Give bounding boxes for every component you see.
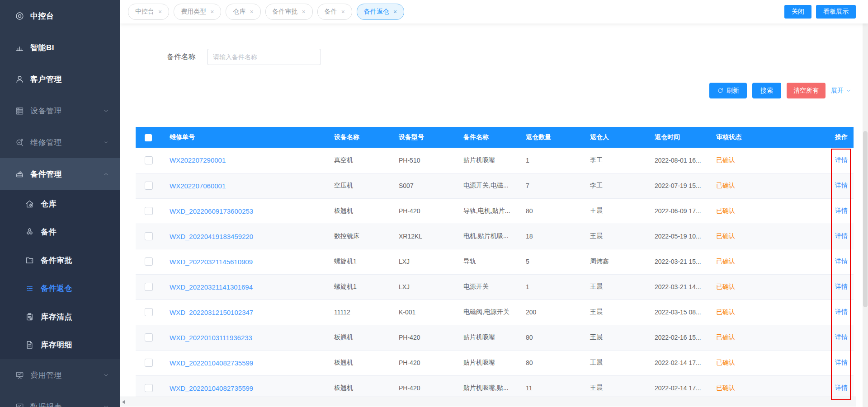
refresh-button[interactable]: 刷新 [709, 83, 747, 98]
cell: 详情 [830, 173, 854, 198]
cell: 贴片机吸嘴 [458, 350, 520, 375]
order-number-link[interactable]: WX202207290001 [170, 156, 226, 164]
expand-link-label: 展开 [831, 87, 844, 95]
row-checkbox[interactable] [145, 156, 153, 164]
status-text: 已确认 [716, 359, 735, 366]
sidebar-item-inventory-detail[interactable]: 库存明细 [0, 331, 120, 360]
sidebar-item-smart-bi[interactable]: 智能BI [0, 32, 120, 63]
detail-link[interactable]: 详情 [835, 384, 848, 391]
chevron-down-icon [103, 372, 109, 378]
cell: 电磁阀,电源开关 [458, 299, 520, 325]
cell: LXJ [393, 249, 458, 274]
detail-link[interactable]: 详情 [835, 257, 848, 265]
detail-link[interactable]: 详情 [835, 156, 848, 164]
row-checkbox[interactable] [145, 257, 153, 266]
vertical-scrollbar-thumb[interactable] [863, 131, 868, 307]
order-number-link[interactable]: WX202207060001 [170, 182, 226, 190]
tag-close-icon[interactable]: × [393, 8, 397, 15]
sidebar-item-device-mgmt[interactable]: 设备管理 [0, 95, 120, 126]
cell-device-name: 螺旋机1 [334, 283, 357, 290]
cell: 王晨 [585, 274, 649, 299]
tag-备件[interactable]: 备件× [317, 4, 352, 20]
cell-part-name: 电源开关,电磁... [463, 182, 509, 189]
tag-close-icon[interactable]: × [250, 8, 253, 15]
search-button[interactable]: 搜索 [752, 83, 781, 98]
detail-link[interactable]: 详情 [835, 182, 848, 189]
refresh-button-label: 刷新 [726, 87, 739, 95]
cell-return-qty: 200 [526, 309, 536, 316]
close-button[interactable]: 关闭 [784, 5, 811, 19]
column-header-9: 操作 [830, 127, 854, 148]
tag-close-icon[interactable]: × [210, 8, 214, 15]
clear-all-button[interactable]: 清空所有 [787, 83, 826, 98]
cell-return-person: 王晨 [590, 384, 603, 391]
sidebar-item-inventory-check[interactable]: 库存清点 [0, 303, 120, 331]
cell: 80 [520, 350, 585, 375]
order-number-link[interactable]: WXD_20220609173600253 [170, 207, 253, 215]
tag-备件返仓[interactable]: 备件返仓× [357, 4, 404, 20]
cell: WXD_20220609173600253 [164, 198, 329, 224]
sidebar-submenu: 仓库备件备件审批备件返仓库存清点库存明细 [0, 190, 120, 359]
cell-return-person: 周炜鑫 [590, 257, 609, 265]
sidebar-item-label: 备件返仓 [41, 283, 72, 294]
tag-中控台[interactable]: 中控台× [128, 4, 169, 20]
tag-close-icon[interactable]: × [341, 8, 345, 15]
detail-link[interactable]: 详情 [835, 283, 848, 290]
sidebar-item-spare-part[interactable]: 备件 [0, 218, 120, 247]
list-icon [25, 284, 34, 293]
row-checkbox[interactable] [145, 232, 153, 240]
row-checkbox[interactable] [145, 182, 153, 190]
refresh-icon [717, 87, 724, 94]
sidebar-item-label: 费用管理 [30, 370, 62, 380]
sidebar-item-label: 库存清点 [41, 312, 72, 322]
sidebar-item-spare-return[interactable]: 备件返仓 [0, 275, 120, 303]
order-number-link[interactable]: WXD_20220312150102347 [170, 309, 253, 316]
detail-link[interactable]: 详情 [835, 333, 848, 341]
row-checkbox[interactable] [145, 308, 153, 316]
tag-费用类型[interactable]: 费用类型× [174, 4, 221, 20]
sidebar-item-spare-approval[interactable]: 备件审批 [0, 246, 120, 275]
cell-return-qty: 1 [526, 283, 529, 290]
scroll-left-arrow-icon[interactable] [122, 400, 125, 404]
sidebar-item-spare-mgmt[interactable]: 备件管理 [0, 158, 120, 190]
part-name-input[interactable] [207, 49, 321, 65]
tag-备件审批[interactable]: 备件审批× [265, 4, 313, 20]
dashboard-icon [15, 11, 24, 21]
order-number-link[interactable]: WXD_20220103111936233 [170, 334, 252, 342]
sidebar-item-data-report[interactable]: 数据报表 [0, 391, 120, 407]
sidebar-item-console[interactable]: 中控台 [0, 0, 120, 32]
cell: 2022-07-19 15... [649, 173, 711, 198]
row-checkbox[interactable] [145, 359, 153, 367]
sidebar-item-cost-mgmt[interactable]: 费用管理 [0, 359, 120, 391]
row-checkbox[interactable] [145, 384, 153, 392]
vertical-scrollbar[interactable] [863, 23, 868, 407]
horizontal-scrollbar[interactable] [120, 397, 856, 407]
row-checkbox[interactable] [145, 207, 153, 215]
tag-仓库[interactable]: 仓库× [226, 4, 260, 20]
chevron-down-icon [103, 404, 109, 407]
sidebar-item-customer-mgmt[interactable]: 客户管理 [0, 63, 120, 95]
detail-link[interactable]: 详情 [835, 308, 848, 315]
order-number-link[interactable]: WXD_20220321141301694 [170, 283, 253, 291]
expand-link[interactable]: 展开 [831, 87, 851, 95]
tag-label: 备件审批 [273, 8, 298, 16]
cell-return-time: 2022-07-19 15... [655, 182, 701, 189]
cell-return-person: 王晨 [590, 359, 603, 366]
cell: 详情 [830, 224, 854, 249]
sidebar-item-warehouse[interactable]: 仓库 [0, 190, 120, 218]
order-number-link[interactable]: WXD_20220419183459220 [170, 233, 253, 240]
detail-link[interactable]: 详情 [835, 207, 848, 214]
row-checkbox[interactable] [145, 333, 153, 342]
order-number-link[interactable]: WXD_20220104082735599 [170, 359, 253, 367]
board-display-button[interactable]: 看板展示 [816, 5, 856, 19]
tag-close-icon[interactable]: × [302, 8, 306, 15]
detail-link[interactable]: 详情 [835, 359, 848, 366]
sidebar-item-repair-mgmt[interactable]: 维修管理 [0, 126, 120, 158]
row-checkbox[interactable] [145, 283, 153, 291]
select-all-checkbox[interactable] [145, 134, 152, 141]
tag-close-icon[interactable]: × [158, 8, 162, 15]
order-number-link[interactable]: WXD_20220104082735599 [170, 384, 253, 392]
cell: 11112 [329, 299, 393, 325]
order-number-link[interactable]: WXD_20220321145610909 [170, 258, 253, 266]
detail-link[interactable]: 详情 [835, 232, 848, 239]
